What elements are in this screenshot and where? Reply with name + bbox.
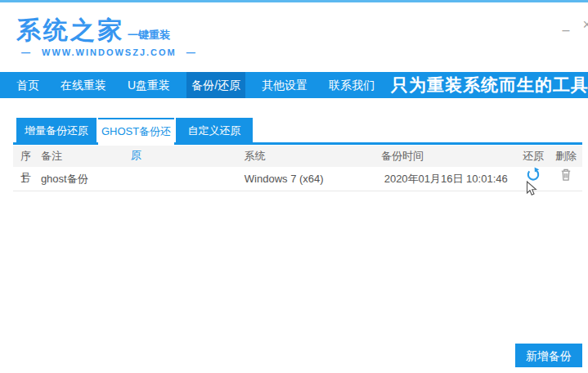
decor-dash-left: — (21, 47, 32, 57)
main-navbar: 首页 在线重装 U盘重装 备份/还原 其他设置 联系我们 只为重装系统而生的工具 (0, 72, 588, 98)
close-button[interactable]: × (582, 17, 588, 32)
window-controls: – × (563, 17, 588, 37)
nav-item-contact-us[interactable]: 联系我们 (324, 72, 379, 98)
tabs: 增量备份还原 GHOST备份还原 自定义还原 (16, 118, 582, 145)
table-header-row: 序号 备注 系统 备份时间 还原 删除 (13, 146, 582, 167)
brand-logo-text: 系统之家 (16, 16, 124, 43)
row-backup-time: 2020年01月16日 10:01:46 (375, 167, 517, 191)
table-row: 1 ghost备份 Windows 7 (x64) 2020年01月16日 10… (13, 167, 582, 191)
minimize-button[interactable]: – (563, 17, 570, 37)
app-window: 系统之家 一键重装 — WWW.WINDOWSZJ.COM — – × 首页 在… (0, 0, 588, 373)
row-delete-cell (550, 167, 582, 191)
tab-custom-restore[interactable]: 自定义还原 (176, 118, 253, 145)
brand-tagline: 一键重装 (128, 28, 170, 43)
nav-item-online-reinstall[interactable]: 在线重装 (56, 72, 111, 98)
decor-dash-right: — (186, 47, 197, 57)
tab-incremental-backup-restore[interactable]: 增量备份还原 (16, 118, 97, 145)
website-row: — WWW.WINDOWSZJ.COM — (16, 47, 588, 57)
brand-row: 系统之家 一键重装 (16, 16, 588, 43)
add-backup-button[interactable]: 新增备份 (515, 344, 582, 367)
nav-item-usb-reinstall[interactable]: U盘重装 (123, 72, 175, 98)
col-header-delete: 删除 (550, 146, 582, 167)
nav-item-home[interactable]: 首页 (11, 72, 44, 98)
row-note: ghost备份 (41, 167, 245, 191)
website-url: WWW.WINDOWSZJ.COM (42, 47, 177, 57)
tab-ghost-backup-restore[interactable]: GHOST备份还原 (98, 118, 174, 145)
content-area: 增量备份还原 GHOST备份还原 自定义还原 序号 备注 系统 备份时间 还原 … (0, 118, 588, 191)
col-header-restore: 还原 (517, 146, 550, 167)
row-index: 1 (13, 167, 41, 191)
nav-item-other-settings[interactable]: 其他设置 (257, 72, 312, 98)
app-header: 系统之家 一键重装 — WWW.WINDOWSZJ.COM — – × (0, 2, 588, 72)
delete-trash-icon[interactable] (559, 166, 572, 191)
col-header-index: 序号 (13, 146, 41, 167)
row-system: Windows 7 (x64) (245, 167, 375, 191)
restore-icon[interactable] (526, 166, 541, 191)
col-header-backup-time: 备份时间 (375, 146, 517, 167)
col-header-system: 系统 (245, 146, 375, 167)
navbar-slogan: 只为重装系统而生的工具 (391, 74, 588, 97)
backup-tabstrip: 增量备份还原 GHOST备份还原 自定义还原 (13, 118, 582, 145)
row-restore-cell (517, 167, 550, 191)
col-header-note: 备注 (41, 146, 245, 167)
nav-item-backup-restore[interactable]: 备份/还原 (186, 72, 245, 98)
